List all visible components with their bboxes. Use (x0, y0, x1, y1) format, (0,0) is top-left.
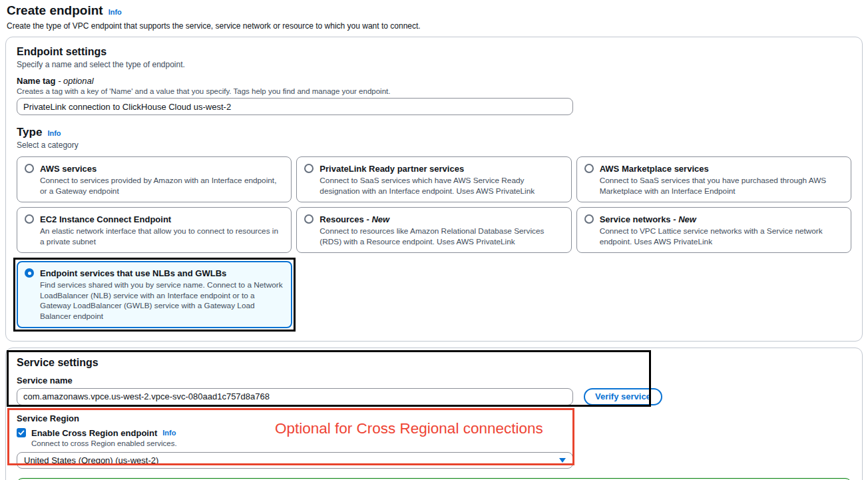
type-option-privatelink-partner[interactable]: PrivateLink Ready partner services Conne… (296, 156, 571, 202)
radio-checked-icon[interactable] (25, 268, 34, 278)
option-title: Resources - New (320, 214, 389, 224)
name-tag-label-text: Name tag (17, 76, 56, 86)
type-option-marketplace[interactable]: AWS Marketplace services Connect to SaaS… (576, 156, 851, 202)
cross-region-help: Connect to cross Region enabled services… (31, 439, 851, 447)
endpoint-settings-description: Specify a name and select the type of en… (17, 60, 851, 69)
option-title-text: Resources (320, 214, 363, 224)
type-option-endpoint-services-nlb-gwlb[interactable]: Endpoint services that use NLBs and GWLB… (17, 261, 292, 328)
cross-region-info-link[interactable]: Info (162, 429, 176, 437)
radio-icon[interactable] (584, 214, 594, 224)
type-option-grid: AWS services Connect to services provide… (17, 156, 851, 253)
page-title-info-link[interactable]: Info (108, 8, 122, 16)
option-title: AWS services (40, 164, 97, 174)
verify-service-button[interactable]: Verify service (584, 388, 662, 405)
service-name-label: Service name (17, 375, 851, 385)
type-info-link[interactable]: Info (47, 129, 61, 137)
radio-icon[interactable] (584, 164, 594, 173)
option-title: PrivateLink Ready partner services (320, 164, 464, 174)
name-tag-help: Creates a tag with a key of 'Name' and a… (17, 87, 851, 95)
name-tag-label: Name tag - optional (17, 76, 851, 86)
service-region-selected-value: United States (Oregon) (us-west-2) (24, 455, 158, 465)
name-tag-optional-text: - optional (58, 76, 93, 86)
option-title: AWS Marketplace services (600, 164, 709, 174)
service-settings-heading: Service settings (17, 357, 851, 369)
option-title: EC2 Instance Connect Endpoint (40, 214, 171, 224)
option-description: Connect to services provided by Amazon w… (40, 176, 284, 196)
option-title-suffix: - New (673, 214, 696, 224)
option-title-suffix: - New (366, 214, 389, 224)
radio-icon[interactable] (25, 214, 34, 224)
option-description: An elastic network interface that allow … (40, 226, 284, 247)
type-option-service-networks[interactable]: Service networks - New Connect to VPC La… (576, 207, 851, 253)
type-option-resources[interactable]: Resources - New Connect to resources lik… (296, 207, 571, 253)
option-description: Connect to SaaS services which have AWS … (320, 176, 563, 196)
radio-icon[interactable] (304, 214, 314, 224)
option-description: Connect to resources like Amazon Relatio… (320, 226, 563, 247)
chevron-down-icon (559, 458, 566, 463)
option-description: Connect to VPC Lattice service networks … (600, 226, 843, 247)
page-title: Create endpoint (7, 3, 103, 18)
service-region-label: Service Region (17, 413, 851, 423)
radio-icon[interactable] (25, 164, 34, 173)
enable-cross-region-checkbox[interactable] (17, 428, 26, 437)
endpoint-settings-card: Endpoint settings Specify a name and sel… (5, 37, 863, 342)
check-icon (18, 429, 25, 436)
enable-cross-region-label: Enable Cross Region endpoint (31, 428, 157, 438)
service-name-input[interactable] (17, 388, 573, 405)
page-header: Create endpoint Info Create the type of … (0, 0, 868, 31)
option-title: Endpoint services that use NLBs and GWLB… (40, 268, 226, 278)
service-verified-banner: Service name verified. (17, 478, 851, 480)
option-title-text: Service networks (600, 214, 671, 224)
service-settings-card: Service settings Service name Verify ser… (5, 348, 863, 480)
type-option-ec2-instance-connect[interactable]: EC2 Instance Connect Endpoint An elastic… (17, 207, 292, 253)
option-description: Connect to SaaS services that you have p… (600, 176, 843, 196)
page-subtitle: Create the type of VPC endpoint that sup… (7, 21, 860, 31)
type-description: Select a category (17, 140, 851, 150)
name-tag-input[interactable] (17, 98, 573, 115)
type-option-aws-services[interactable]: AWS services Connect to services provide… (17, 156, 292, 202)
option-title: Service networks - New (600, 214, 696, 224)
type-heading: Type (17, 126, 42, 139)
service-region-select[interactable]: United States (Oregon) (us-west-2) (17, 452, 573, 469)
option-description: Find services shared with you by service… (40, 280, 284, 322)
selected-option-annotation-box: Endpoint services that use NLBs and GWLB… (13, 258, 296, 331)
radio-icon[interactable] (304, 164, 314, 173)
endpoint-settings-heading: Endpoint settings (17, 46, 851, 58)
